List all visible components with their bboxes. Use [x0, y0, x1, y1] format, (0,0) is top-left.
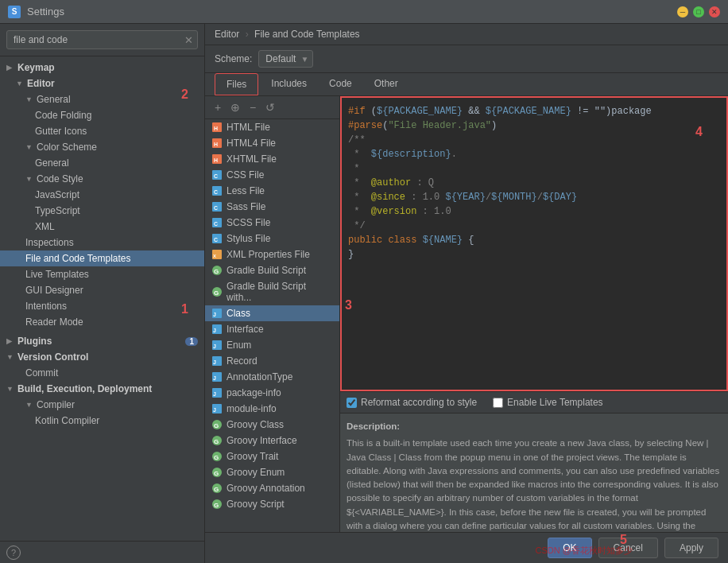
- reformat-checkbox-wrap[interactable]: Reformat according to style: [347, 397, 477, 408]
- nav-tree: ▶ Keymap ▼ Editor ▼ General Code Folding…: [0, 56, 204, 541]
- arrow-icon: ▶: [6, 64, 14, 72]
- description-text: This is a built-in template used each ti…: [347, 437, 722, 532]
- html-file-icon: H: [211, 138, 223, 149]
- search-input[interactable]: [6, 30, 198, 49]
- file-item-module-info[interactable]: Jmodule-info: [205, 401, 339, 417]
- file-item-less-file[interactable]: CLess File: [205, 183, 339, 199]
- file-item-interface[interactable]: JInterface: [205, 321, 339, 337]
- sidebar-item-plugins[interactable]: ▶ Plugins 1: [0, 333, 204, 349]
- reformat-checkbox[interactable]: [347, 398, 357, 408]
- sidebar-item-color-general[interactable]: General: [0, 155, 204, 171]
- remove-template-button[interactable]: −: [245, 99, 261, 115]
- add-template-button[interactable]: +: [210, 99, 226, 115]
- apply-button[interactable]: Apply: [664, 538, 718, 558]
- code-line: }: [348, 247, 720, 262]
- sidebar-item-build-execution[interactable]: ▼ Build, Execution, Deployment: [0, 381, 204, 397]
- file-item-html4-file[interactable]: HHTML4 File: [205, 135, 339, 151]
- file-item-xhtml-file[interactable]: HXHTML File: [205, 151, 339, 167]
- sidebar-item-code-folding[interactable]: Code Folding: [0, 107, 204, 123]
- sidebar-item-typescript[interactable]: TypeScript: [0, 203, 204, 219]
- file-item-package-info[interactable]: Jpackage-info: [205, 385, 339, 401]
- file-item-groovy-annotation[interactable]: GGroovy Annotation: [205, 480, 339, 496]
- file-item-stylus-file[interactable]: CStylus File: [205, 231, 339, 247]
- tab-code[interactable]: Code: [318, 73, 363, 95]
- file-item-gradle-build-with[interactable]: GGradle Build Script with...: [205, 278, 339, 305]
- file-item-label: Groovy Annotation: [227, 483, 305, 494]
- sidebar-item-commit[interactable]: Commit: [0, 365, 204, 381]
- file-item-groovy-trait[interactable]: GGroovy Trait: [205, 448, 339, 464]
- sidebar-item-reader-mode[interactable]: Reader Mode: [0, 314, 204, 330]
- close-button[interactable]: ✕: [709, 6, 720, 17]
- file-item-scss-file[interactable]: CSCSS File: [205, 215, 339, 231]
- search-clear-icon[interactable]: ✕: [184, 34, 193, 46]
- live-templates-checkbox-wrap[interactable]: Enable Live Templates: [493, 397, 603, 408]
- live-templates-checkbox[interactable]: [493, 398, 503, 408]
- file-item-css-file[interactable]: CCSS File: [205, 167, 339, 183]
- tab-files[interactable]: Files: [215, 73, 258, 95]
- sidebar-item-color-scheme[interactable]: ▼ Color Scheme: [0, 139, 204, 155]
- code-line: */: [348, 219, 720, 233]
- sidebar-item-compiler[interactable]: ▼ Compiler: [0, 397, 204, 413]
- groovy-file-icon: G: [211, 451, 223, 462]
- file-item-gradle-build[interactable]: GGradle Build Script: [205, 262, 339, 278]
- file-item-groovy-enum[interactable]: GGroovy Enum: [205, 464, 339, 480]
- svg-text:G: G: [214, 502, 219, 509]
- svg-text:C: C: [214, 221, 218, 227]
- svg-text:G: G: [214, 470, 219, 477]
- file-item-record[interactable]: JRecord: [205, 353, 339, 369]
- file-item-enum[interactable]: JEnum: [205, 337, 339, 353]
- file-list: + ⊕ − ↺ HHTML FileHHTML4 FileHXHTML File…: [205, 96, 340, 532]
- file-item-label: Interface: [227, 324, 264, 335]
- file-item-label: Groovy Enum: [227, 467, 285, 478]
- file-item-html-file[interactable]: HHTML File: [205, 119, 339, 135]
- code-editor[interactable]: #if (${PACKAGE_NAME} && ${PACKAGE_NAME} …: [340, 96, 728, 391]
- sidebar-item-gui-designer[interactable]: GUI Designer: [0, 282, 204, 298]
- file-item-groovy-class[interactable]: GGroovy Class: [205, 417, 339, 433]
- class-file-icon: J: [211, 308, 223, 319]
- sidebar-item-general[interactable]: ▼ General: [0, 91, 204, 107]
- help-button[interactable]: ?: [6, 546, 21, 560]
- file-item-label: Gradle Build Script with...: [227, 281, 333, 303]
- minimize-button[interactable]: ─: [677, 6, 688, 17]
- file-item-groovy-script[interactable]: GGroovy Script: [205, 496, 339, 512]
- scheme-row: Scheme: Default ▼: [205, 45, 728, 73]
- sidebar-item-xml[interactable]: XML: [0, 219, 204, 235]
- groovy-file-icon: G: [211, 419, 223, 430]
- sidebar-item-keymap[interactable]: ▶ Keymap: [0, 60, 204, 76]
- file-item-class[interactable]: JClass: [205, 305, 339, 321]
- file-item-xml-properties[interactable]: XXML Properties File: [205, 247, 339, 262]
- file-item-groovy-interface[interactable]: GGroovy Interface: [205, 433, 339, 448]
- code-area: #if (${PACKAGE_NAME} && ${PACKAGE_NAME} …: [340, 96, 728, 532]
- cancel-button[interactable]: Cancel: [598, 538, 658, 558]
- file-item-label: Class: [227, 308, 250, 319]
- sidebar-item-gutter-icons[interactable]: Gutter Icons: [0, 123, 204, 139]
- reset-template-button[interactable]: ↺: [262, 99, 278, 115]
- sidebar-item-version-control[interactable]: ▼ Version Control: [0, 349, 204, 365]
- sidebar-item-javascript[interactable]: JavaScript: [0, 187, 204, 203]
- footer: OK Cancel Apply: [205, 532, 728, 563]
- sidebar-item-kotlin-compiler[interactable]: Kotlin Compiler: [0, 413, 204, 429]
- file-item-label: HTML File: [227, 122, 270, 133]
- gradle-file-icon: G: [211, 265, 223, 276]
- xml-file-icon: X: [211, 249, 223, 260]
- file-item-sass-file[interactable]: CSass File: [205, 199, 339, 215]
- sidebar-item-live-templates[interactable]: Live Templates: [0, 266, 204, 282]
- class-file-icon: J: [211, 403, 223, 414]
- tab-other[interactable]: Other: [363, 73, 409, 95]
- sidebar-item-editor[interactable]: ▼ Editor: [0, 76, 204, 91]
- maximize-button[interactable]: □: [693, 6, 704, 17]
- arrow-icon: ▼: [6, 353, 14, 361]
- window-controls: ─ □ ✕: [677, 6, 720, 17]
- sidebar-item-code-style[interactable]: ▼ Code Style: [0, 171, 204, 187]
- ok-button[interactable]: OK: [548, 538, 591, 558]
- sidebar-item-file-and-code-templates[interactable]: File and Code Templates: [0, 250, 204, 266]
- scheme-select[interactable]: Default: [258, 50, 313, 68]
- svg-text:G: G: [214, 454, 219, 461]
- file-item-annotation-type[interactable]: JAnnotationType: [205, 369, 339, 385]
- sidebar-item-inspections[interactable]: Inspections: [0, 235, 204, 250]
- copy-template-button[interactable]: ⊕: [227, 99, 243, 115]
- tab-includes[interactable]: Includes: [260, 73, 318, 95]
- css-file-icon: C: [211, 169, 223, 181]
- file-item-label: XHTML File: [227, 153, 277, 165]
- sidebar-item-intentions[interactable]: Intentions: [0, 298, 204, 314]
